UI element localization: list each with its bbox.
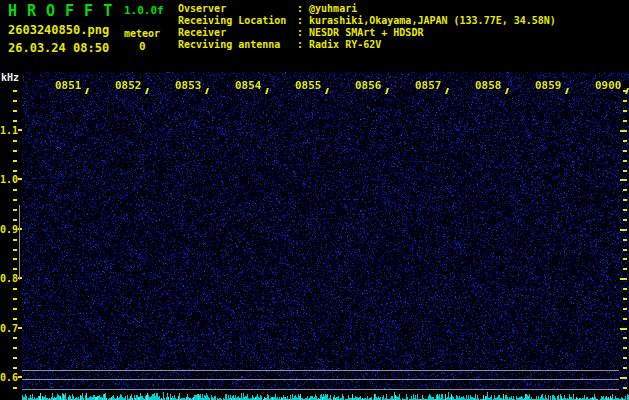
time-label: 0853 (175, 79, 208, 92)
time-label-text: 0855 (295, 79, 322, 92)
freq-major-tick-right (620, 328, 627, 330)
time-label: 0858 (475, 79, 508, 92)
freq-label: 1.0 (0, 174, 18, 185)
station-row: Receiving Location:kurashiki,Okayama,JAP… (178, 15, 556, 27)
freq-minor-tick-left (13, 160, 17, 162)
time-label-text: 0856 (355, 79, 382, 92)
freq-minor-tick-left (13, 337, 17, 339)
freq-label: 0.9 (0, 224, 18, 235)
time-label-text: 0853 (175, 79, 202, 92)
capture-datetime: 26.03.24 08:50 (8, 41, 109, 55)
gridline-horizontal (22, 370, 619, 371)
time-label-text: 0854 (235, 79, 262, 92)
freq-minor-tick-left (13, 150, 17, 152)
freq-major-tick-icon (18, 376, 22, 378)
freq-label: 0.6 (0, 372, 18, 383)
freq-minor-tick-right (623, 387, 627, 389)
freq-minor-tick-right (623, 140, 627, 142)
freq-minor-tick-left (13, 347, 17, 349)
freq-minor-tick-left (13, 318, 17, 320)
freq-minor-tick-left (13, 140, 17, 142)
time-label-text: 0857 (415, 79, 442, 92)
freq-minor-tick-left (13, 199, 17, 201)
freq-minor-tick-left (13, 239, 17, 241)
freq-minor-tick-right (623, 189, 627, 191)
station-value: kurashiki,Okayama,JAPAN (133.77E, 34.58N… (309, 15, 556, 27)
app-title: HROFFT (8, 2, 122, 20)
freq-minor-tick-right (623, 249, 627, 251)
freq-minor-tick-right (623, 268, 627, 270)
station-value: NESDR SMArt + HDSDR (309, 27, 423, 39)
app-version: 1.0.0f (124, 4, 164, 17)
freq-minor-tick-right (623, 347, 627, 349)
station-row: Receiver:NESDR SMArt + HDSDR (178, 27, 556, 39)
freq-minor-tick-right (623, 258, 627, 260)
freq-minor-tick-left (13, 357, 17, 359)
freq-minor-tick-right (623, 100, 627, 102)
station-row: Ovserver:@yuhmari (178, 3, 556, 15)
freq-minor-tick-left (13, 100, 17, 102)
freq-label-row: 0.6 (0, 371, 22, 383)
time-label-text: 0859 (535, 79, 562, 92)
freq-unit-label: kHz (1, 72, 19, 83)
meteor-count-label: meteor (124, 28, 160, 39)
freq-minor-tick-right (623, 110, 627, 112)
station-label: Recviving antenna (178, 39, 297, 51)
station-label: Receiver (178, 27, 297, 39)
freq-minor-tick-left (13, 120, 17, 122)
freq-minor-tick-left (13, 209, 17, 211)
freq-label-row: 1.0 (0, 173, 22, 185)
freq-minor-tick-left (13, 387, 17, 389)
freq-minor-tick-left (13, 249, 17, 251)
freq-minor-tick-left (13, 170, 17, 172)
freq-major-tick-right (620, 278, 627, 280)
freq-minor-tick-left (13, 258, 17, 260)
freq-minor-tick-right (623, 150, 627, 152)
freq-minor-tick-right (623, 298, 627, 300)
spectrogram-noise-canvas (22, 72, 629, 400)
freq-minor-tick-right (623, 318, 627, 320)
freq-minor-tick-right (623, 170, 627, 172)
freq-range-marker (19, 205, 20, 280)
freq-minor-tick-right (623, 120, 627, 122)
time-label-text: 0900 (595, 79, 622, 92)
time-label: 0859 (535, 79, 568, 92)
freq-minor-tick-left (13, 367, 17, 369)
freq-major-tick-right (620, 377, 627, 379)
time-label: 0855 (295, 79, 328, 92)
freq-major-tick-icon (18, 129, 22, 131)
freq-major-tick-right (620, 130, 627, 132)
freq-minor-tick-right (623, 90, 627, 92)
freq-minor-tick-right (623, 239, 627, 241)
freq-minor-tick-left (13, 90, 17, 92)
freq-major-tick-icon (18, 178, 22, 180)
freq-minor-tick-right (623, 357, 627, 359)
freq-minor-tick-left (13, 288, 17, 290)
time-label: 0856 (355, 79, 388, 92)
freq-label: 0.8 (0, 273, 18, 284)
freq-minor-tick-right (623, 160, 627, 162)
time-label-text: 0858 (475, 79, 502, 92)
freq-minor-tick-left (13, 189, 17, 191)
meteor-count-value: 0 (139, 40, 146, 53)
time-label: 0852 (115, 79, 148, 92)
freq-minor-tick-left (13, 298, 17, 300)
freq-minor-tick-left (13, 110, 17, 112)
station-label: Ovserver (178, 3, 297, 15)
gridline-horizontal (22, 389, 619, 390)
station-row: Recviving antenna:Radix RY-62V (178, 39, 556, 51)
freq-minor-tick-right (623, 288, 627, 290)
freq-label: 0.7 (0, 323, 18, 334)
freq-major-tick-right (620, 179, 627, 181)
freq-minor-tick-right (623, 367, 627, 369)
station-value: @yuhmari (309, 3, 357, 15)
freq-label-row: 0.7 (0, 322, 22, 334)
freq-label: 1.1 (0, 125, 18, 136)
station-separator: : (297, 3, 303, 15)
time-label-text: 0852 (115, 79, 142, 92)
time-label: 0851 (55, 79, 88, 92)
freq-minor-tick-right (623, 209, 627, 211)
freq-minor-tick-right (623, 219, 627, 221)
freq-minor-tick-right (623, 337, 627, 339)
station-value: Radix RY-62V (309, 39, 381, 51)
